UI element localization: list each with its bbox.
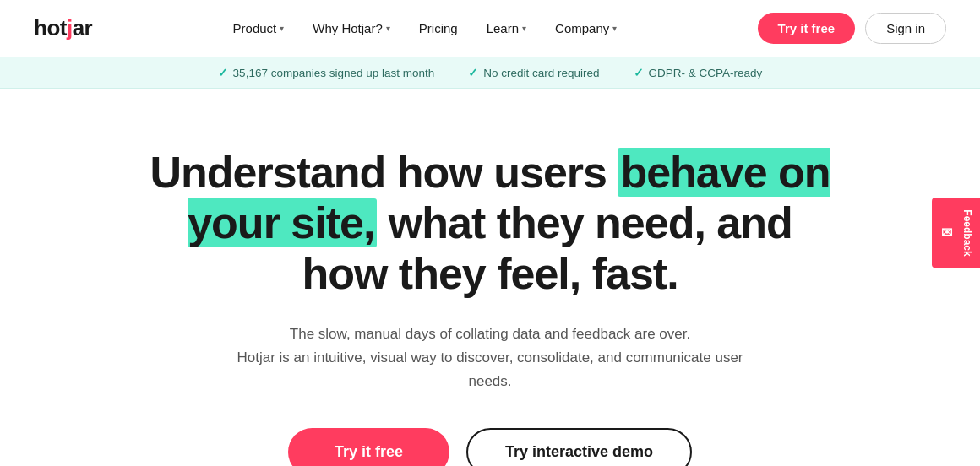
- nav-learn[interactable]: Learn ▾: [475, 14, 538, 42]
- logo-dot: j: [67, 15, 73, 41]
- nav-signin-button[interactable]: Sign in: [865, 13, 946, 44]
- hero-buttons: Try it free Try interactive demo: [144, 428, 836, 466]
- envelope-icon: ✉: [939, 225, 955, 241]
- notice-bar: ✓ 35,167 companies signed up last month …: [0, 57, 980, 89]
- check-icon: ✓: [218, 66, 228, 79]
- notice-credit-text: No credit card required: [483, 67, 599, 79]
- nav-pricing-label: Pricing: [419, 21, 458, 35]
- notice-item-gdpr: ✓ GDPR- & CCPA-ready: [634, 66, 763, 79]
- hero-subtitle: The slow, manual days of collating data …: [220, 322, 760, 393]
- hero-demo-button[interactable]: Try interactive demo: [466, 428, 692, 466]
- hero-section: Understand how users behave on your site…: [110, 89, 870, 466]
- notice-companies-text: 35,167 companies signed up last month: [233, 67, 435, 79]
- feedback-label: Feedback: [961, 209, 973, 256]
- notice-item-credit: ✓ No credit card required: [468, 66, 599, 79]
- notice-gdpr-text: GDPR- & CCPA-ready: [649, 67, 763, 79]
- chevron-down-icon: ▾: [386, 24, 390, 33]
- check-icon: ✓: [468, 66, 478, 79]
- main-nav: hotjar Product ▾ Why Hotjar? ▾ Pricing L…: [0, 0, 980, 57]
- notice-item-companies: ✓ 35,167 companies signed up last month: [218, 66, 435, 79]
- nav-company[interactable]: Company ▾: [543, 14, 629, 42]
- chevron-down-icon: ▾: [612, 24, 617, 33]
- chevron-down-icon: ▾: [522, 24, 526, 33]
- nav-why-label: Why Hotjar?: [313, 21, 383, 35]
- nav-why-hotjar[interactable]: Why Hotjar? ▾: [301, 14, 402, 42]
- logo-text-before: hot: [34, 15, 67, 41]
- nav-learn-label: Learn: [487, 21, 519, 35]
- nav-product-label: Product: [233, 21, 277, 35]
- nav-company-label: Company: [555, 21, 609, 35]
- hero-subtitle-line1: The slow, manual days of collating data …: [290, 326, 690, 342]
- hero-subtitle-line2: Hotjar is an intuitive, visual way to di…: [237, 350, 743, 389]
- hero-try-free-button[interactable]: Try it free: [288, 428, 449, 466]
- nav-actions: Try it free Sign in: [758, 13, 946, 44]
- nav-product[interactable]: Product ▾: [221, 14, 297, 42]
- nav-pricing[interactable]: Pricing: [407, 14, 470, 42]
- logo[interactable]: hotjar: [34, 15, 92, 41]
- hero-title-part1: Understand how users: [150, 148, 618, 197]
- feedback-widget[interactable]: Feedback ✉: [932, 198, 980, 268]
- chevron-down-icon: ▾: [280, 24, 284, 33]
- hero-title: Understand how users behave on your site…: [144, 148, 836, 299]
- logo-text-after: ar: [73, 15, 93, 41]
- nav-try-free-button[interactable]: Try it free: [758, 13, 856, 44]
- check-icon: ✓: [634, 66, 644, 79]
- nav-links: Product ▾ Why Hotjar? ▾ Pricing Learn ▾ …: [221, 14, 629, 42]
